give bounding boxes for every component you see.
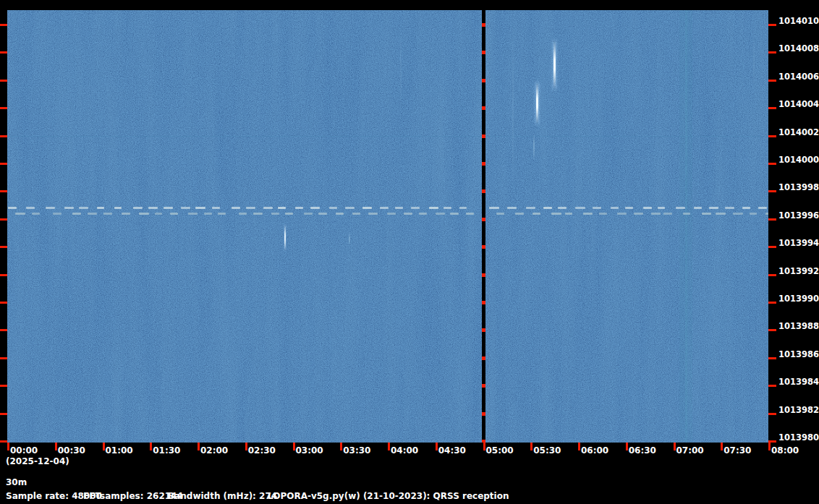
- qrss-dash-lower: [72, 213, 81, 215]
- gap-freq-mark: [482, 412, 485, 416]
- qrss-dash-lower: [352, 213, 360, 215]
- freq-axis-label: 10139920: [778, 266, 819, 276]
- qrss-dash-upper: [148, 207, 158, 209]
- qrss-dash-upper: [489, 207, 498, 209]
- gap-freq-mark: [482, 23, 485, 27]
- time-axis-label: 03:30: [343, 445, 370, 456]
- time-axis-label: 01:30: [153, 445, 180, 456]
- qrss-dash-lower: [139, 213, 148, 215]
- freq-tick-left: [0, 440, 7, 443]
- freq-axis-label: 10139860: [778, 349, 819, 359]
- qrss-dash-lower: [170, 213, 178, 215]
- qrss-dash-upper: [114, 207, 122, 209]
- freq-tick-right: [768, 385, 776, 387]
- qrss-dash-upper: [558, 207, 566, 209]
- qrss-dash-upper: [26, 207, 35, 209]
- signal-burst: [284, 224, 286, 250]
- time-axis-label: 01:00: [106, 445, 133, 456]
- qrss-dash-upper: [329, 207, 337, 209]
- freq-tick-left: [0, 274, 7, 276]
- freq-axis-label: 10140000: [778, 155, 819, 165]
- qrss-dash-lower: [599, 213, 607, 215]
- freq-tick-left: [0, 385, 7, 387]
- qrss-dash-upper: [459, 207, 467, 209]
- qrss-dash-lower: [583, 213, 593, 215]
- gap-freq-mark: [482, 328, 485, 332]
- freq-axis-label: 10140100: [778, 16, 819, 26]
- freq-axis-label: 10139840: [778, 377, 819, 387]
- qrss-dash-lower: [716, 213, 726, 215]
- qrss-dash-upper: [64, 207, 74, 209]
- date-label: (2025-12-04): [6, 456, 69, 466]
- qrss-dash-lower: [239, 213, 247, 215]
- noise-texture: [7, 10, 768, 443]
- gap-freq-mark: [482, 134, 485, 138]
- freq-axis-label: 10140040: [778, 99, 819, 109]
- qrss-dash-lower: [304, 213, 313, 215]
- qrss-dash-lower: [733, 213, 743, 215]
- freq-tick-right: [768, 329, 776, 331]
- time-axis-label: 02:00: [200, 445, 228, 456]
- freq-tick-left: [0, 24, 7, 26]
- gap-freq-mark: [482, 356, 485, 360]
- gap-freq-mark: [482, 218, 485, 221]
- time-tick: [150, 443, 152, 450]
- freq-tick-right: [768, 357, 776, 359]
- qrss-dash-upper: [411, 207, 420, 209]
- qrss-dash-upper: [725, 207, 734, 209]
- time-tick: [674, 443, 676, 450]
- qrss-dash-upper: [758, 207, 767, 209]
- qrss-dash-upper: [526, 207, 536, 209]
- signal-burst: [512, 25, 514, 198]
- gap-freq-mark: [482, 301, 485, 304]
- qrss-dash-lower: [750, 213, 758, 215]
- qrss-dash-lower: [515, 213, 524, 215]
- qrss-dash-upper: [694, 207, 702, 209]
- gap-freq-mark: [482, 273, 485, 277]
- qrss-dash-upper: [310, 207, 320, 209]
- qrss-dash-upper: [133, 207, 143, 209]
- time-axis-label: 04:30: [438, 445, 466, 456]
- time-axis-label: 05:00: [486, 445, 514, 456]
- qrss-dash-upper: [658, 207, 665, 209]
- qrss-dash-lower: [466, 213, 474, 215]
- qrss-dash-upper: [97, 207, 104, 209]
- qrss-dash-lower: [404, 213, 413, 215]
- qrss-dash-upper: [164, 207, 174, 209]
- qrss-dash-lower: [155, 213, 162, 215]
- qrss-dash-lower: [103, 213, 112, 215]
- signal-burst: [400, 25, 402, 114]
- qrss-dash-upper: [345, 207, 355, 209]
- qrss-dash-upper: [195, 207, 205, 209]
- qrss-dash-lower: [15, 213, 25, 215]
- qrss-dash-upper: [181, 207, 190, 209]
- qrss-dash-upper: [295, 207, 302, 209]
- freq-tick-left: [0, 51, 7, 54]
- spectrogram-plot: [7, 10, 768, 443]
- qrss-dash-lower: [318, 213, 327, 215]
- qrss-dash-lower: [368, 213, 378, 215]
- time-axis-label: 02:30: [248, 445, 276, 456]
- qrss-dash-lower: [436, 213, 445, 215]
- freq-tick-right: [768, 190, 776, 192]
- qrss-dash-lower: [271, 213, 280, 215]
- status-program: LOPORA-v5g.py(w) (21-10-2023): QRSS rece…: [268, 491, 509, 501]
- time-tick: [483, 443, 485, 450]
- qrss-dash-upper: [79, 207, 88, 209]
- qrss-dash-lower: [387, 213, 396, 215]
- qrss-dash-lower: [285, 213, 293, 215]
- qrss-dash-lower: [702, 213, 711, 215]
- recording-gap-column: [482, 10, 485, 443]
- signal-burst: [533, 133, 535, 161]
- qrss-dash-upper: [429, 207, 438, 209]
- freq-tick-left: [0, 329, 7, 331]
- gap-freq-mark: [482, 106, 485, 110]
- freq-tick-left: [0, 190, 7, 192]
- gap-freq-mark: [482, 79, 485, 82]
- gap-freq-mark: [482, 245, 485, 249]
- freq-tick-right: [768, 135, 776, 137]
- gap-freq-mark: [482, 189, 485, 193]
- qrss-dash-lower: [532, 213, 540, 215]
- freq-axis-label: 10139940: [778, 238, 819, 248]
- qrss-dash-upper: [212, 207, 219, 209]
